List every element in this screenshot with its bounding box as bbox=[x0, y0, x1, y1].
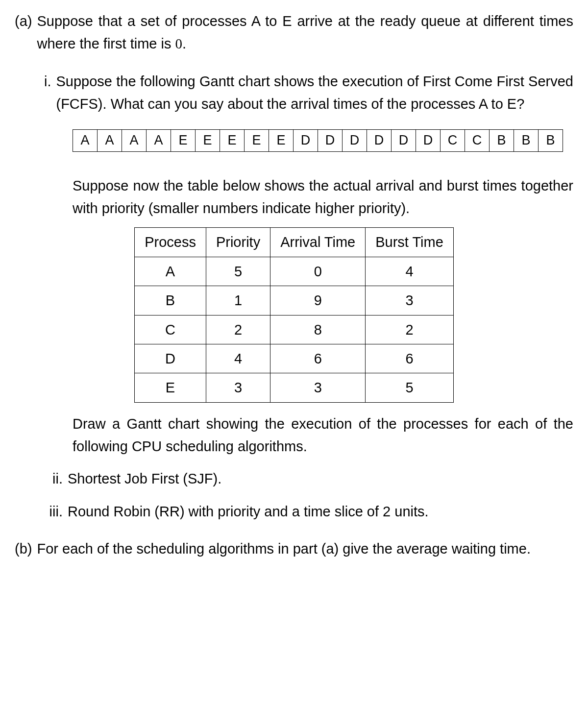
table-cell: 9 bbox=[270, 286, 366, 315]
table-cell: 5 bbox=[206, 257, 270, 286]
gantt-cell: C bbox=[465, 130, 490, 151]
gantt-cell: E bbox=[220, 130, 245, 151]
gantt-chart-wrap: AAAAEEEEEDDDDDDCCBBB bbox=[15, 129, 573, 152]
table-header-row: ProcessPriorityArrival TimeBurst Time bbox=[135, 228, 454, 257]
gantt-cell: D bbox=[416, 130, 441, 151]
table-row: E335 bbox=[135, 373, 454, 402]
table-intro: Suppose now the table below shows the ac… bbox=[15, 174, 573, 220]
table-cell: B bbox=[135, 286, 206, 315]
gantt-chart: AAAAEEEEEDDDDDDCCBBB bbox=[73, 129, 563, 152]
table-header-cell: Burst Time bbox=[366, 228, 454, 257]
gantt-cell: D bbox=[392, 130, 416, 151]
table-cell: 4 bbox=[366, 257, 454, 286]
gantt-cell: D bbox=[318, 130, 343, 151]
part-i: i. Suppose the following Gantt chart sho… bbox=[15, 70, 573, 116]
gantt-cell: E bbox=[196, 130, 220, 151]
table-header-cell: Priority bbox=[206, 228, 270, 257]
table-row: B193 bbox=[135, 286, 454, 315]
table-cell: 6 bbox=[270, 344, 366, 373]
gantt-cell: B bbox=[539, 130, 563, 151]
table-cell: E bbox=[135, 373, 206, 402]
part-b: (b) For each of the scheduling algorithm… bbox=[15, 537, 573, 560]
ii-text: Shortest Job First (SJF). bbox=[68, 467, 573, 490]
a-intro: Suppose that a set of processes A to E a… bbox=[37, 10, 573, 55]
label-ii: ii. bbox=[44, 467, 68, 490]
i-text: Suppose the following Gantt chart shows … bbox=[56, 70, 574, 116]
b-line1: For each of the scheduling algorithms in… bbox=[37, 541, 496, 557]
gantt-cell: B bbox=[514, 130, 539, 151]
table-cell: 1 bbox=[206, 286, 270, 315]
draw-paragraph: Draw a Gantt chart showing the execution… bbox=[15, 413, 573, 458]
a-intro-zero: 0 bbox=[175, 36, 182, 51]
gantt-cell: B bbox=[490, 130, 514, 151]
label-i: i. bbox=[44, 70, 56, 93]
gantt-cell: E bbox=[245, 130, 269, 151]
gantt-cell: A bbox=[98, 130, 122, 151]
table-header-cell: Arrival Time bbox=[270, 228, 366, 257]
table-cell: 3 bbox=[206, 373, 270, 402]
table-row: D466 bbox=[135, 344, 454, 373]
table-cell: 4 bbox=[206, 344, 270, 373]
part-iii: iii. Round Robin (RR) with priority and … bbox=[15, 500, 573, 523]
page: (a) Suppose that a set of processes A to… bbox=[0, 0, 588, 704]
gantt-cell: A bbox=[147, 130, 171, 151]
table-cell: 6 bbox=[366, 344, 454, 373]
i-line3: processes A to E? bbox=[411, 96, 524, 112]
iii-text: Round Robin (RR) with priority and a tim… bbox=[68, 500, 573, 523]
table-row: C282 bbox=[135, 315, 454, 344]
draw-line1: Draw a Gantt chart showing the execution… bbox=[73, 416, 529, 432]
table-cell: D bbox=[135, 344, 206, 373]
table-cell: 3 bbox=[366, 286, 454, 315]
gantt-cell: C bbox=[441, 130, 465, 151]
process-table-wrap: ProcessPriorityArrival TimeBurst Time A5… bbox=[15, 227, 573, 402]
label-iii: iii. bbox=[44, 500, 68, 523]
table-cell: 2 bbox=[206, 315, 270, 344]
table-cell: 0 bbox=[270, 257, 366, 286]
b-text: For each of the scheduling algorithms in… bbox=[37, 537, 573, 560]
a-intro-period: . bbox=[182, 36, 186, 51]
gantt-cell: D bbox=[367, 130, 392, 151]
gantt-cell: E bbox=[269, 130, 294, 151]
table-cell: A bbox=[135, 257, 206, 286]
gantt-cell: D bbox=[343, 130, 367, 151]
table-cell: 8 bbox=[270, 315, 366, 344]
part-a: (a) Suppose that a set of processes A to… bbox=[15, 10, 573, 55]
table-header-cell: Process bbox=[135, 228, 206, 257]
label-a: (a) bbox=[15, 10, 37, 32]
table-cell: 5 bbox=[366, 373, 454, 402]
gantt-cell: D bbox=[294, 130, 318, 151]
gantt-cell: E bbox=[171, 130, 196, 151]
mid-line1: Suppose now the table below shows the ac… bbox=[73, 178, 517, 194]
a-intro-line1: Suppose that a set of processes A to E a… bbox=[37, 13, 534, 29]
table-row: A504 bbox=[135, 257, 454, 286]
table-cell: 2 bbox=[366, 315, 454, 344]
process-table: ProcessPriorityArrival TimeBurst Time A5… bbox=[134, 227, 454, 402]
i-line1: Suppose the following Gantt chart shows … bbox=[56, 73, 493, 89]
b-line2: time. bbox=[500, 541, 531, 557]
table-cell: 3 bbox=[270, 373, 366, 402]
part-ii: ii. Shortest Job First (SJF). bbox=[15, 467, 573, 490]
table-cell: C bbox=[135, 315, 206, 344]
gantt-cell: A bbox=[122, 130, 147, 151]
gantt-cell: A bbox=[73, 130, 98, 151]
label-b: (b) bbox=[15, 537, 37, 560]
